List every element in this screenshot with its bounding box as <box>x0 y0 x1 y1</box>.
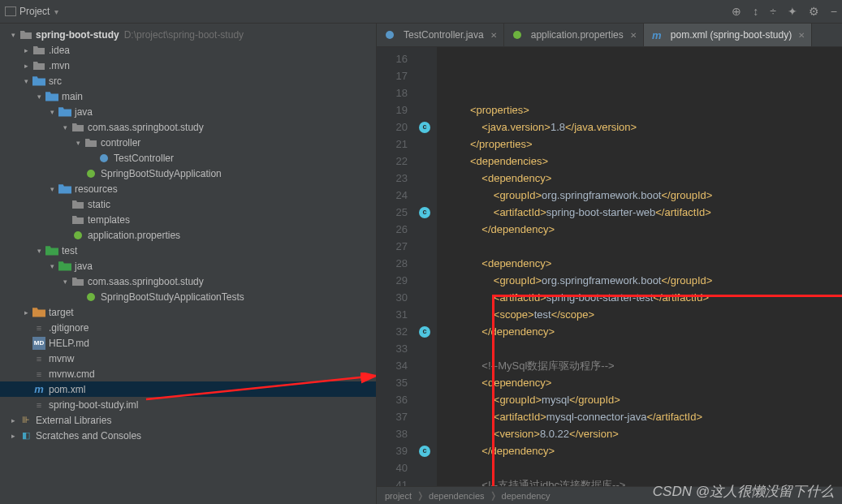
editor-tab[interactable]: application.properties✕ <box>504 24 644 46</box>
toolbar-icon[interactable]: ⊕ <box>732 5 741 18</box>
line-gutter[interactable]: 1617181920212223242526272829303132333435… <box>377 47 412 486</box>
tree-item[interactable]: ▾java <box>0 104 376 119</box>
code-line[interactable]: <artifactId>spring-boot-starter-web</art… <box>447 204 842 221</box>
code-line[interactable]: <dependency> <box>447 255 842 272</box>
tree-item-label: resources <box>75 183 118 195</box>
expand-toggle[interactable]: ▾ <box>47 262 57 270</box>
toolbar-icon[interactable]: ⚙ <box>809 5 819 18</box>
tree-item[interactable]: ▾src <box>0 73 376 88</box>
tree-item[interactable]: ▾spring-boot-studyD:\project\spring-boot… <box>0 27 376 42</box>
tree-item[interactable]: MDHELP.md <box>0 335 376 351</box>
expand-toggle[interactable]: ▾ <box>60 123 70 131</box>
expand-toggle[interactable]: ▾ <box>34 247 44 255</box>
expand-toggle[interactable]: ▸ <box>21 62 31 70</box>
spring-icon <box>84 167 97 180</box>
tree-item[interactable]: ▸.idea <box>0 42 376 58</box>
tree-item[interactable]: ▾test <box>0 243 376 258</box>
code-line[interactable] <box>447 459 842 476</box>
editor-tab[interactable]: mpom.xml (spring-boot-study)✕ <box>644 24 812 46</box>
code-line[interactable]: <groupId>mysql</groupId> <box>447 391 842 408</box>
expand-toggle[interactable]: ▸ <box>21 308 31 317</box>
code-line[interactable]: <dependency> <box>447 374 842 391</box>
close-icon[interactable]: ✕ <box>490 31 497 40</box>
tree-item[interactable]: ▸◧Scratches and Consoles <box>0 428 376 443</box>
lib-icon: ⊪ <box>19 414 32 427</box>
expand-toggle[interactable]: ▾ <box>21 77 31 85</box>
md-icon: MD <box>32 337 45 350</box>
txt-icon: ≡ <box>32 352 45 365</box>
gutter-action-icon[interactable]: c <box>419 326 430 338</box>
code-line[interactable]: <java.version>1.8</java.version> <box>447 118 842 136</box>
breadcrumb-item[interactable]: dependencies <box>429 491 485 501</box>
tree-item[interactable]: ≡spring-boot-study.iml <box>0 397 376 412</box>
editor: TestController.java✕application.properti… <box>377 24 842 504</box>
tree-item[interactable]: SpringBootStudyApplicationTests <box>0 289 376 304</box>
gutter-action-icon[interactable]: c <box>419 207 430 218</box>
tree-item[interactable]: ▾com.saas.springboot.study <box>0 119 376 135</box>
code-line[interactable]: <groupId>org.springframework.boot</group… <box>447 272 842 289</box>
code-content[interactable]: <properties> <java.version>1.8</java.ver… <box>437 47 842 486</box>
project-tool-button[interactable]: Project ▾ <box>5 6 58 17</box>
project-tree[interactable]: ▾spring-boot-studyD:\project\spring-boot… <box>0 24 377 504</box>
code-line[interactable]: </properties> <box>447 136 842 153</box>
code-line[interactable]: <properties> <box>447 101 842 118</box>
tree-item-path: D:\project\spring-boot-study <box>124 29 244 41</box>
expand-toggle[interactable]: ▾ <box>34 93 44 101</box>
code-line[interactable]: <artifactId>spring-boot-starter-test</ar… <box>447 289 842 306</box>
expand-toggle[interactable]: ▾ <box>73 139 83 147</box>
txt-icon: ≡ <box>32 368 45 381</box>
breadcrumb-item[interactable]: dependency <box>502 491 551 501</box>
toolbar-icon[interactable]: − <box>831 5 837 18</box>
tree-item[interactable]: ▸⊪External Libraries <box>0 412 376 428</box>
toolbar-icon[interactable]: ↕ <box>753 5 758 18</box>
tree-item[interactable]: ▾com.saas.springboot.study <box>0 274 376 289</box>
gutter-action-icon[interactable]: c <box>419 122 430 133</box>
tree-item[interactable]: ▸target <box>0 304 376 320</box>
code-line[interactable] <box>447 340 842 357</box>
editor-tab[interactable]: TestController.java✕ <box>377 24 504 46</box>
code-line[interactable]: <groupId>org.springframework.boot</group… <box>447 187 842 204</box>
code-line[interactable]: <artifactId>mysql-connector-java</artifa… <box>447 408 842 425</box>
code-line[interactable]: <!--MySql数据库驱动程序--> <box>447 357 842 374</box>
top-bar: Project ▾ ⊕↕÷✦⚙− <box>0 0 842 24</box>
tree-item[interactable]: ▾controller <box>0 135 376 150</box>
code-line[interactable]: </dependency> <box>447 221 842 238</box>
expand-toggle[interactable]: ▸ <box>8 432 18 440</box>
toolbar-icon[interactable]: ✦ <box>788 5 797 18</box>
svg-point-0 <box>100 154 108 162</box>
tree-item[interactable]: ≡mvnw.cmd <box>0 366 376 381</box>
tree-item-label: mvnw <box>49 353 74 364</box>
tree-item[interactable]: ▾main <box>0 88 376 104</box>
tree-item[interactable]: ≡mvnw <box>0 351 376 366</box>
tree-item[interactable]: ≡.gitignore <box>0 320 376 335</box>
expand-toggle[interactable]: ▾ <box>47 108 57 116</box>
folder-b-icon <box>32 75 45 88</box>
tree-item[interactable]: static <box>0 196 376 212</box>
code-line[interactable]: <dependencies> <box>447 153 842 170</box>
tree-item[interactable]: ▾resources <box>0 181 376 196</box>
tree-item[interactable]: SpringBootStudyApplication <box>0 166 376 181</box>
tree-item[interactable]: mpom.xml <box>0 381 376 397</box>
expand-toggle[interactable]: ▾ <box>60 278 70 286</box>
tree-item[interactable]: ▾java <box>0 258 376 274</box>
expand-toggle[interactable]: ▾ <box>8 31 18 39</box>
code-line[interactable]: </dependency> <box>447 442 842 459</box>
toolbar-icon[interactable]: ÷ <box>770 5 776 18</box>
breadcrumb-item[interactable]: project <box>385 491 412 501</box>
code-line[interactable] <box>447 238 842 255</box>
expand-toggle[interactable]: ▾ <box>47 185 57 193</box>
code-line[interactable]: <scope>test</scope> <box>447 306 842 323</box>
tree-item-label: External Libraries <box>36 415 111 426</box>
code-line[interactable]: </dependency> <box>447 323 842 340</box>
expand-toggle[interactable]: ▸ <box>21 46 31 54</box>
code-line[interactable]: <dependency> <box>447 170 842 187</box>
tree-item[interactable]: application.properties <box>0 227 376 243</box>
close-icon[interactable]: ✕ <box>798 31 805 40</box>
code-line[interactable]: <version>8.0.22</version> <box>447 425 842 442</box>
close-icon[interactable]: ✕ <box>630 31 637 40</box>
tree-item[interactable]: templates <box>0 212 376 227</box>
tree-item[interactable]: ▸.mvn <box>0 58 376 73</box>
gutter-action-icon[interactable]: c <box>419 446 430 457</box>
expand-toggle[interactable]: ▸ <box>8 416 18 424</box>
tree-item[interactable]: TestController <box>0 150 376 166</box>
